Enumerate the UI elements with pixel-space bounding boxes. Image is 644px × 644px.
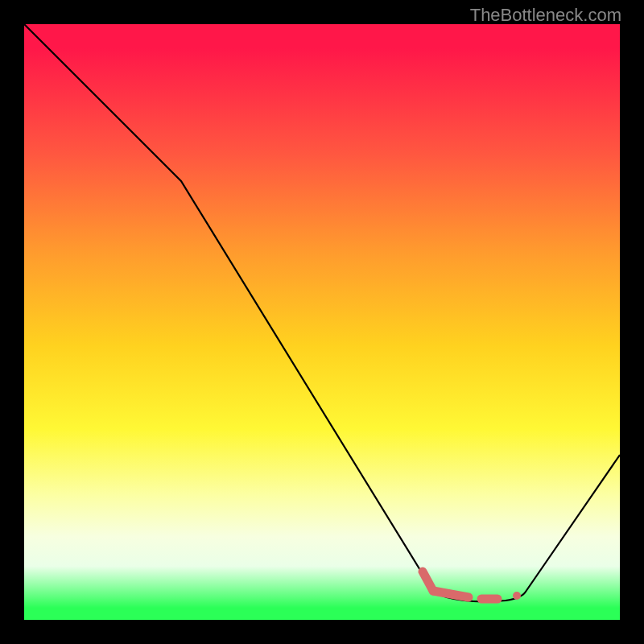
chart-svg [24, 24, 620, 620]
marker-segment-2 [433, 591, 469, 597]
bottleneck-curve-line [24, 24, 620, 601]
plot-area [24, 24, 620, 620]
marker-dot-1 [513, 592, 521, 600]
watermark-text: TheBottleneck.com [470, 5, 621, 26]
